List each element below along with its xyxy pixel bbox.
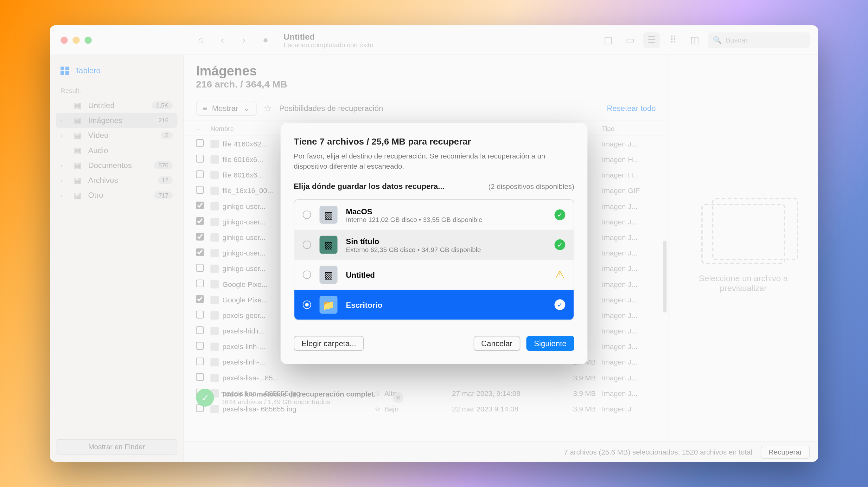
app-window: Tablero Result. ▦ Untitled 1,5K› ▦ Imáge… [50,25,818,462]
modal-overlay: Tiene 7 archivos / 25,6 MB para recupera… [50,25,818,462]
desktop-wallpaper: Tablero Result. ▦ Untitled 1,5K› ▦ Imáge… [0,0,868,487]
